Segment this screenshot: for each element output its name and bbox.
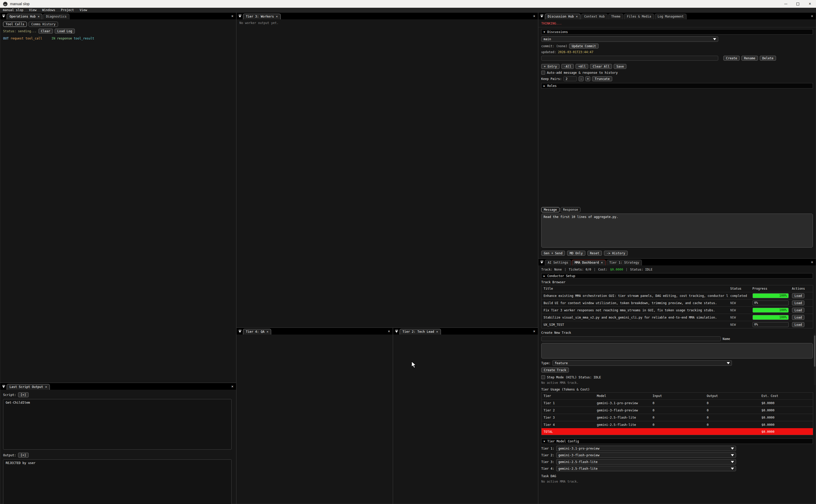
tab-operations-hub[interactable]: Operations Hub × bbox=[7, 14, 42, 19]
create-track-button[interactable]: Create Track bbox=[541, 368, 569, 372]
menu-windows[interactable]: Windows bbox=[39, 8, 58, 12]
dock-menu-icon[interactable] bbox=[2, 14, 5, 18]
tab-context-hub[interactable]: Context Hub bbox=[581, 14, 607, 19]
tier-model-config-header[interactable]: ▼ Tier Model Config bbox=[541, 438, 813, 444]
table-row[interactable]: Stabilize visual_sim_mma_v2.py and mock_… bbox=[542, 314, 813, 321]
table-row[interactable]: UX_SIM_TEST NEW 0% Load bbox=[542, 321, 813, 328]
tab-diagnostics[interactable]: Diagnostics bbox=[43, 14, 69, 19]
discussions-section-header[interactable]: ▼ Discussions bbox=[541, 29, 813, 35]
message-textarea[interactable]: Read the first 10 lines of aggregate.py. bbox=[541, 214, 813, 248]
tab-files-media[interactable]: Files & Media bbox=[624, 14, 654, 19]
create-button[interactable]: Create bbox=[723, 56, 740, 61]
tier4-model-select[interactable]: gemini-2.5-flash-lite bbox=[556, 466, 736, 471]
keep-pairs-input[interactable] bbox=[563, 76, 577, 81]
panel-close-icon[interactable]: × bbox=[533, 329, 538, 333]
tab-tier4-qa[interactable]: Tier 4: QA × bbox=[243, 329, 271, 335]
roles-section-header[interactable]: ▶ Roles bbox=[541, 83, 813, 88]
truncate-button[interactable]: Truncate bbox=[592, 76, 612, 81]
track-description-textarea[interactable] bbox=[541, 343, 813, 359]
tab-close-icon[interactable]: × bbox=[436, 330, 438, 333]
tier1-model-select[interactable]: gemini-3.1-pro-preview bbox=[556, 446, 736, 451]
tab-close-icon[interactable]: × bbox=[276, 15, 278, 18]
tab-tier2-techlead[interactable]: Tier 2: Tech Lead × bbox=[400, 329, 441, 335]
track-type-select[interactable]: feature bbox=[552, 360, 732, 366]
tab-log-management[interactable]: Log Management bbox=[655, 14, 686, 19]
dock-menu-icon[interactable] bbox=[540, 261, 544, 264]
tab-tier3-workers[interactable]: Tier 3: Workers × bbox=[243, 14, 281, 19]
clear-all-button[interactable]: Clear All bbox=[590, 64, 612, 69]
load-log-button[interactable]: Load Log bbox=[55, 29, 75, 34]
dock-menu-icon[interactable] bbox=[540, 14, 544, 18]
scrollbar-thumb[interactable] bbox=[814, 336, 815, 367]
load-track-button[interactable]: Load bbox=[792, 322, 805, 327]
tab-tier1-strategy[interactable]: Tier 1: Strategy bbox=[607, 260, 642, 265]
update-commit-button[interactable]: Update Commit bbox=[569, 44, 599, 48]
auto-add-checkbox[interactable] bbox=[541, 71, 545, 75]
tier2-model-select[interactable]: gemini-3-flash-preview bbox=[556, 452, 736, 458]
panel-close-icon[interactable]: × bbox=[811, 260, 816, 264]
load-track-button[interactable]: Load bbox=[792, 308, 805, 313]
menu-view[interactable]: View bbox=[26, 8, 39, 12]
panel-close-icon[interactable]: × bbox=[231, 14, 236, 18]
panel-close-icon[interactable]: × bbox=[533, 14, 538, 18]
tab-comms-history[interactable]: Comms History bbox=[29, 22, 58, 27]
tab-close-icon[interactable]: × bbox=[45, 385, 47, 388]
panel-close-icon[interactable]: × bbox=[811, 14, 816, 18]
tab-response[interactable]: Response bbox=[561, 207, 581, 212]
maximize-button[interactable] bbox=[792, 0, 804, 8]
add-entry-button[interactable]: + Entry bbox=[541, 64, 560, 69]
table-row[interactable]: Fix Tier 3 worker responses not reaching… bbox=[542, 307, 813, 314]
delete-button[interactable]: Delete bbox=[760, 56, 776, 61]
tab-discussion-hub[interactable]: Discussion Hub × bbox=[545, 14, 580, 19]
rename-button[interactable]: Rename bbox=[741, 56, 758, 61]
to-history-button[interactable]: -> History bbox=[604, 251, 628, 256]
tab-tool-calls[interactable]: Tool Calls bbox=[3, 22, 27, 27]
gen-send-button[interactable]: Gen + Send bbox=[541, 251, 565, 256]
collapse-all-button[interactable]: -All bbox=[561, 64, 574, 69]
tab-ai-settings[interactable]: AI Settings bbox=[545, 260, 571, 265]
md-only-button[interactable]: MD Only bbox=[567, 251, 585, 256]
dock-menu-icon[interactable] bbox=[395, 330, 398, 333]
tab-close-icon[interactable]: × bbox=[266, 330, 268, 333]
clear-button[interactable]: Clear bbox=[38, 29, 53, 34]
load-track-button[interactable]: Load bbox=[792, 315, 805, 320]
keep-pairs-decrement-button[interactable]: - bbox=[579, 76, 584, 81]
tier3-model-select[interactable]: gemini-2.5-flash-lite bbox=[556, 459, 736, 465]
output-expand-button[interactable]: [+] bbox=[18, 453, 29, 458]
tab-close-icon[interactable]: × bbox=[601, 261, 603, 264]
discussion-name-input[interactable] bbox=[541, 56, 718, 61]
reset-button[interactable]: Reset bbox=[587, 251, 602, 256]
tab-mma-dashboard[interactable]: MMA Dashboard × bbox=[572, 260, 605, 265]
tab-message[interactable]: Message bbox=[541, 207, 560, 212]
keep-pairs-increment-button[interactable]: + bbox=[585, 76, 590, 81]
menu-view-2[interactable]: View bbox=[77, 8, 90, 12]
table-row[interactable]: Enhance existing MMA orchestration GUI: … bbox=[542, 292, 813, 299]
load-track-button[interactable]: Load bbox=[792, 293, 805, 298]
tab-close-icon[interactable]: × bbox=[576, 15, 578, 18]
minimize-button[interactable] bbox=[780, 0, 792, 8]
menu-manual-slop[interactable]: manual slop bbox=[0, 8, 26, 12]
step-mode-checkbox[interactable] bbox=[541, 375, 545, 379]
tab-theme[interactable]: Theme bbox=[608, 14, 623, 19]
expand-all-button[interactable]: +All bbox=[576, 64, 588, 69]
scrollbar[interactable] bbox=[814, 334, 815, 385]
tab-close-icon[interactable]: × bbox=[38, 15, 39, 18]
script-textbox[interactable]: Get-ChildItem bbox=[3, 399, 232, 450]
table-row[interactable]: Build UI for context window utilization,… bbox=[542, 299, 813, 307]
save-button[interactable]: Save bbox=[614, 64, 626, 69]
panel-close-icon[interactable]: × bbox=[388, 329, 393, 333]
load-track-button[interactable]: Load bbox=[792, 300, 805, 305]
menu-project[interactable]: Project bbox=[58, 8, 77, 12]
close-button[interactable]: × bbox=[804, 0, 816, 8]
tab-last-script-output[interactable]: Last Script Output × bbox=[7, 384, 50, 390]
track-name-input[interactable] bbox=[541, 336, 721, 341]
dock-menu-icon[interactable] bbox=[238, 14, 242, 18]
tool-call-log-row[interactable]: OUT request tool_call IN response tool_r… bbox=[3, 37, 233, 40]
dock-menu-icon[interactable] bbox=[238, 330, 242, 333]
conductor-setup-header[interactable]: ▶ Conductor Setup bbox=[541, 273, 813, 279]
script-expand-button[interactable]: [+] bbox=[18, 392, 29, 397]
dock-menu-icon[interactable] bbox=[2, 385, 5, 388]
output-textbox[interactable]: REJECTED by user bbox=[3, 459, 232, 504]
panel-close-icon[interactable]: × bbox=[231, 385, 236, 388]
discussion-select[interactable]: main bbox=[541, 36, 718, 42]
